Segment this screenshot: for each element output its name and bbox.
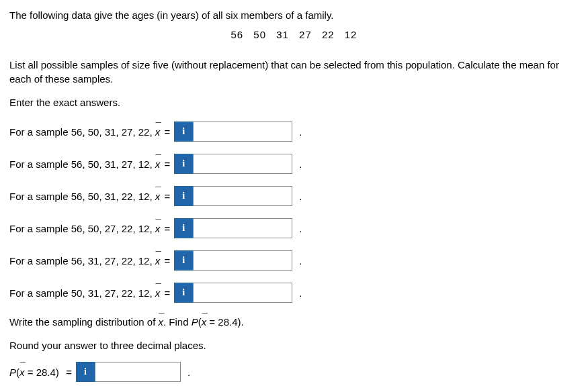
answer-input-3[interactable]: [193, 186, 292, 206]
sample-label: For a sample 56, 50, 27, 22, 12, x =: [9, 222, 174, 236]
answer-input-5[interactable]: [193, 250, 292, 271]
round-instruction: Round your answer to three decimal place…: [9, 338, 579, 352]
answer-input-2[interactable]: [193, 154, 292, 174]
period: .: [187, 365, 190, 379]
sub-instruction-text: Enter the exact answers.: [9, 95, 579, 109]
sample-row: For a sample 50, 31, 27, 22, 12, x = i .: [9, 283, 579, 303]
sample-row: For a sample 56, 50, 27, 22, 12, x = i .: [9, 218, 579, 238]
info-icon[interactable]: i: [76, 362, 95, 382]
answer-input-1[interactable]: [193, 122, 292, 142]
probability-input[interactable]: [95, 362, 181, 382]
info-icon[interactable]: i: [174, 122, 193, 142]
sample-label: For a sample 50, 31, 27, 22, 12, x =: [9, 286, 174, 300]
sample-label: For a sample 56, 31, 27, 22, 12, x =: [9, 254, 174, 268]
info-icon[interactable]: i: [174, 154, 193, 174]
sample-label: For a sample 56, 50, 31, 27, 12, x =: [9, 157, 174, 171]
sample-label: For a sample 56, 50, 31, 27, 22, x =: [9, 125, 174, 139]
sample-label: For a sample 56, 50, 31, 22, 12, x =: [9, 189, 174, 203]
bottom-section: Write the sampling distribution of x. Fi…: [9, 315, 579, 382]
sample-row: For a sample 56, 50, 31, 22, 12, x = i .: [9, 186, 579, 206]
distribution-instruction: Write the sampling distribution of x. Fi…: [9, 315, 579, 329]
data-values: 56 50 31 27 22 12: [9, 28, 579, 42]
answer-input-6[interactable]: [193, 283, 292, 303]
period: .: [299, 157, 302, 171]
problem-intro: The following data give the ages (in yea…: [9, 8, 579, 22]
period: .: [299, 222, 302, 236]
info-icon[interactable]: i: [174, 283, 193, 303]
sample-row: For a sample 56, 50, 31, 27, 12, x = i .: [9, 154, 579, 174]
sample-row: For a sample 56, 50, 31, 27, 22, x = i .: [9, 122, 579, 142]
sample-row: For a sample 56, 31, 27, 22, 12, x = i .: [9, 250, 579, 271]
info-icon[interactable]: i: [174, 186, 193, 206]
period: .: [299, 286, 302, 300]
info-icon[interactable]: i: [174, 250, 193, 271]
info-icon[interactable]: i: [174, 218, 193, 238]
probability-label: P(x = 28.4) =: [9, 365, 76, 379]
answer-input-4[interactable]: [193, 218, 292, 238]
period: .: [299, 254, 302, 268]
instruction-text: List all possible samples of size five (…: [9, 58, 579, 86]
probability-row: P(x = 28.4) = i .: [9, 362, 579, 382]
period: .: [299, 189, 302, 203]
period: .: [299, 125, 302, 139]
